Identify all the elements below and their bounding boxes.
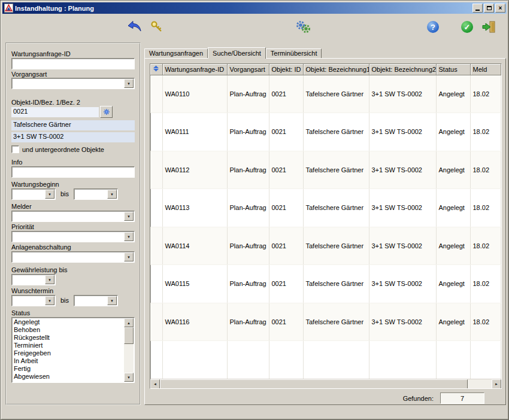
- column-header-7[interactable]: Meld: [470, 64, 501, 75]
- status-option[interactable]: Terminiert: [13, 342, 124, 349]
- chevron-down-icon[interactable]: ▼: [124, 212, 134, 221]
- table-cell: Plan-Auftrag: [227, 189, 269, 227]
- status-option[interactable]: In Arbeit: [13, 357, 124, 365]
- row-selector-cell[interactable]: [150, 113, 162, 151]
- tab-terminübersicht[interactable]: Terminübersicht: [266, 48, 322, 58]
- status-option[interactable]: Behoben: [13, 326, 124, 334]
- minimize-icon: [475, 10, 480, 11]
- table-row[interactable]: WA0114Plan-Auftrag0021Tafelschere Gärtne…: [150, 227, 501, 265]
- status-option[interactable]: Abgewiesen: [13, 373, 124, 381]
- status-option[interactable]: Rückgestellt: [13, 334, 124, 342]
- table-cell: Plan-Auftrag: [227, 227, 269, 265]
- table-cell: Tafelschere Gärtner: [303, 227, 369, 265]
- info-input[interactable]: [11, 166, 135, 178]
- table-row[interactable]: WA0110Plan-Auftrag0021Tafelschere Gärtne…: [150, 75, 501, 113]
- table-cell: WA0114: [162, 227, 227, 265]
- prioritaet-combobox[interactable]: ▼: [11, 231, 135, 242]
- exit-button[interactable]: [480, 18, 498, 36]
- gewaehrleistung-label: Gewährleistung bis: [11, 266, 68, 273]
- status-option[interactable]: Fertig: [13, 365, 124, 373]
- table-cell: 3+1 SW TS-0002: [369, 303, 436, 341]
- sort-column-header[interactable]: [150, 64, 162, 75]
- help-button[interactable]: ?: [424, 18, 442, 36]
- chevron-down-icon[interactable]: ▼: [107, 190, 117, 199]
- table-cell: Angelegt: [436, 227, 470, 265]
- column-header-5[interactable]: Objekt: Bezeichnung2: [369, 64, 436, 75]
- table-header-row: Wartungsanfrage-IDVorgangsartObjekt: IDO…: [150, 64, 501, 75]
- process-button[interactable]: [294, 18, 312, 36]
- confirm-button[interactable]: ✓: [458, 18, 476, 36]
- chevron-down-icon[interactable]: ▼: [45, 190, 54, 199]
- table-row[interactable]: WA0115Plan-Auftrag0021Tafelschere Gärtne…: [150, 265, 501, 303]
- tab-wartungsanfragen[interactable]: Wartungsanfragen: [144, 48, 208, 58]
- window-title: Instandhaltung : Planung: [15, 5, 471, 12]
- status-listbox-items: AngelegtBehobenRückgestelltTerminiertFre…: [13, 318, 124, 382]
- table-row[interactable]: WA0111Plan-Auftrag0021Tafelschere Gärtne…: [150, 113, 501, 151]
- row-selector-cell[interactable]: [150, 227, 162, 265]
- status-scrollbar[interactable]: ▲ ▼: [124, 318, 134, 382]
- wartungsbeginn-von-combobox[interactable]: ▼: [11, 188, 56, 200]
- horizontal-scrollbar[interactable]: ◄ ►: [150, 379, 501, 388]
- objekt-search-button[interactable]: [100, 106, 113, 118]
- wartungsbeginn-bis-combobox[interactable]: ▼: [74, 188, 118, 200]
- table-row[interactable]: WA0113Plan-Auftrag0021Tafelschere Gärtne…: [150, 189, 501, 227]
- column-header-2[interactable]: Vorgangsart: [227, 64, 269, 75]
- chevron-down-icon[interactable]: ▼: [45, 296, 54, 305]
- chevron-down-icon[interactable]: ▼: [45, 275, 54, 284]
- row-selector-cell[interactable]: [150, 303, 162, 341]
- table-cell: WA0112: [162, 151, 227, 189]
- table-row[interactable]: WA0112Plan-Auftrag0021Tafelschere Gärtne…: [150, 151, 501, 189]
- row-selector-cell[interactable]: [150, 265, 162, 303]
- scroll-up-icon[interactable]: ▲: [124, 318, 134, 327]
- objekt-id-field[interactable]: 0021: [11, 107, 99, 117]
- table-cell: 0021: [269, 151, 303, 189]
- table-row[interactable]: WA0116Plan-Auftrag0021Tafelschere Gärtne…: [150, 303, 501, 341]
- anlagenabschaltung-label: Anlagenabschaltung: [11, 244, 71, 251]
- vorgangsart-combobox[interactable]: ▼: [11, 78, 135, 89]
- key-button[interactable]: [148, 18, 166, 36]
- scroll-right-icon[interactable]: ►: [492, 379, 501, 389]
- tab-suche-übersicht[interactable]: Suche/Übersicht: [208, 47, 266, 59]
- maximize-button[interactable]: [484, 4, 494, 13]
- confirm-check-icon: ✓: [461, 21, 473, 33]
- table-cell: Tafelschere Gärtner: [303, 151, 369, 189]
- scroll-left-icon[interactable]: ◄: [150, 379, 160, 389]
- table-cell: 18.02: [470, 189, 501, 227]
- table-cell: Tafelschere Gärtner: [303, 113, 369, 151]
- status-option[interactable]: Freigegeben: [13, 349, 124, 357]
- close-button[interactable]: ×: [495, 4, 505, 13]
- table-cell: 18.02: [470, 151, 501, 189]
- column-header-6[interactable]: Status: [436, 64, 470, 75]
- minimize-button[interactable]: [472, 4, 483, 13]
- gewaehrleistung-combobox[interactable]: ▼: [11, 274, 56, 285]
- column-header-4[interactable]: Objekt: Bezeichnung1: [303, 64, 369, 75]
- wartungsanfrage-id-input[interactable]: [11, 58, 135, 69]
- melder-combobox[interactable]: ▼: [11, 211, 135, 222]
- close-icon: ×: [499, 5, 502, 11]
- hscrollbar-thumb[interactable]: [160, 379, 468, 389]
- scrollbar-thumb[interactable]: [124, 327, 134, 344]
- column-header-1[interactable]: Wartungsanfrage-ID: [162, 64, 227, 75]
- scroll-down-icon[interactable]: ▼: [124, 373, 134, 382]
- wunschtermin-label: Wunschtermin: [11, 287, 53, 294]
- untergeordnete-objekte-checkbox[interactable]: [11, 145, 19, 153]
- wunschtermin-von-combobox[interactable]: ▼: [11, 295, 56, 306]
- chevron-down-icon[interactable]: ▼: [124, 79, 134, 88]
- table-cell: WA0115: [162, 265, 227, 303]
- title-bar[interactable]: Instandhaltung : Planung ×: [2, 2, 507, 14]
- column-header-3[interactable]: Objekt: ID: [269, 64, 303, 75]
- status-option[interactable]: Angelegt: [13, 318, 124, 326]
- undo-button[interactable]: [126, 18, 144, 36]
- table-cell: Plan-Auftrag: [227, 265, 269, 303]
- row-selector-cell[interactable]: [150, 189, 162, 227]
- chevron-down-icon[interactable]: ▼: [124, 252, 134, 261]
- chevron-down-icon[interactable]: ▼: [124, 232, 134, 241]
- wunschtermin-bis-combobox[interactable]: ▼: [74, 295, 118, 306]
- row-selector-cell[interactable]: [150, 151, 162, 189]
- gefunden-value: 7: [440, 392, 484, 404]
- anlagenabschaltung-combobox[interactable]: ▼: [11, 251, 135, 263]
- chevron-down-icon[interactable]: ▼: [107, 296, 117, 305]
- row-selector-cell[interactable]: [150, 75, 162, 113]
- status-listbox[interactable]: AngelegtBehobenRückgestelltTerminiertFre…: [11, 317, 135, 383]
- app-logo-icon: [4, 4, 13, 13]
